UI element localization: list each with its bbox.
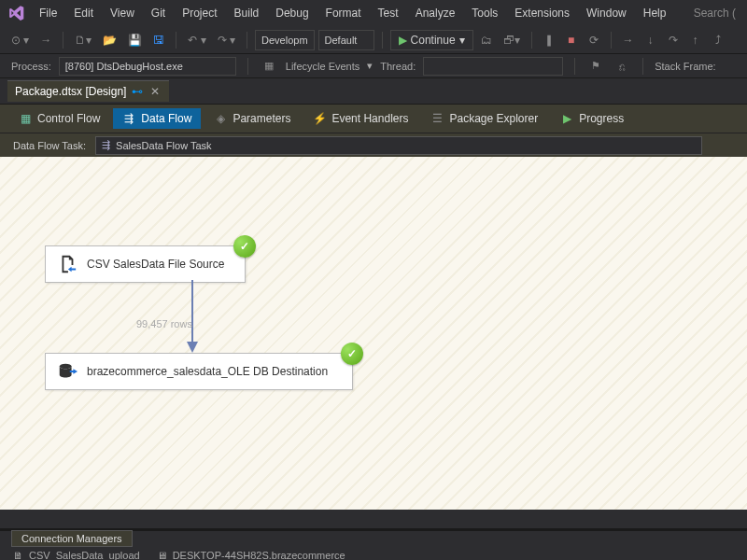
separator	[176, 32, 176, 49]
parameters-icon: ◈	[214, 112, 227, 125]
main-toolbar: ⊙ ▾ → 🗋▾ 📂 💾 🖫 ↶ ▾ ↷ ▾ Developm Default …	[0, 26, 747, 54]
menu-format[interactable]: Format	[318, 3, 369, 23]
tab-event-handlers[interactable]: ⚡Event Handlers	[303, 108, 417, 129]
tab-control-flow[interactable]: ▦Control Flow	[9, 108, 109, 129]
menu-bar: File Edit View Git Project Build Debug F…	[0, 0, 747, 26]
connection-label: CSV_SalesData_upload	[29, 550, 140, 560]
tab-progress[interactable]: ▶Progress	[551, 108, 633, 129]
separator	[247, 32, 247, 49]
document-tab[interactable]: Package.dtsx [Design] ⊷ ✕	[7, 80, 169, 102]
process-label: Process:	[11, 61, 51, 72]
open-button[interactable]: 📂	[99, 30, 120, 50]
step-button[interactable]: →	[619, 30, 638, 50]
separator	[63, 32, 63, 49]
data-flow-icon: ⇶	[122, 112, 135, 125]
flat-file-conn-icon: 🗎	[13, 550, 23, 560]
menu-window[interactable]: Window	[579, 3, 634, 23]
menu-debug[interactable]: Debug	[268, 3, 316, 23]
step-out-button[interactable]: ↑	[686, 30, 705, 50]
separator	[574, 58, 575, 75]
tab-label: Event Handlers	[331, 112, 408, 125]
chevron-down-icon: ▾	[459, 34, 465, 47]
stackframe-label: Stack Frame:	[655, 61, 715, 72]
menu-file[interactable]: File	[32, 3, 64, 23]
dataflow-task-value: SalesData Flow Task	[116, 140, 212, 151]
play-icon: ▶	[399, 34, 407, 47]
separator	[382, 32, 383, 49]
document-tab-bar: Package.dtsx [Design] ⊷ ✕	[0, 78, 747, 105]
step-into-button[interactable]: ↓	[641, 30, 660, 50]
svg-marker-1	[187, 342, 198, 353]
new-item-button[interactable]: 🗋▾	[71, 30, 95, 50]
menu-analyze[interactable]: Analyze	[408, 3, 463, 23]
connection-item[interactable]: 🗎 CSV_SalesData_upload	[13, 550, 140, 560]
menu-view[interactable]: View	[103, 3, 142, 23]
tab-parameters[interactable]: ◈Parameters	[204, 108, 300, 129]
destination-node[interactable]: brazecommerce_salesdata_OLE DB Destinati…	[45, 353, 353, 390]
menu-test[interactable]: Test	[371, 3, 406, 23]
connection-managers-tab[interactable]: Connection Managers	[11, 530, 133, 547]
vs-logo-icon	[4, 0, 30, 26]
nav-fwd-button[interactable]: →	[36, 30, 55, 50]
source-node[interactable]: CSV SalesData File Source ✓	[45, 245, 246, 283]
close-icon[interactable]: ✕	[148, 85, 162, 98]
connection-item[interactable]: 🖥 DESKTOP-44SH82S.brazecommerce	[157, 550, 345, 560]
lifecycle-label: Lifecycle Events	[286, 61, 359, 72]
menu-edit[interactable]: Edit	[66, 3, 101, 23]
pin-icon[interactable]: ⊷	[132, 85, 143, 98]
tab-label: Control Flow	[37, 112, 100, 125]
menu-tools[interactable]: Tools	[464, 3, 505, 23]
thread-dropdown[interactable]	[423, 57, 563, 76]
thread-label: Thread:	[380, 61, 416, 72]
stop-button[interactable]: ■	[562, 30, 581, 50]
flat-file-source-icon	[57, 254, 78, 274]
undo-button[interactable]: ↶ ▾	[184, 30, 209, 50]
continue-button[interactable]: ▶ Continue ▾	[390, 30, 473, 50]
menu-extensions[interactable]: Extensions	[507, 3, 577, 23]
progress-icon: ▶	[560, 112, 573, 125]
toolbar-icon[interactable]: 🗗▾	[500, 30, 524, 50]
flag-icon[interactable]: ⚑	[586, 56, 605, 77]
data-flow-icon: ⇶	[102, 139, 110, 151]
toolbar-icon[interactable]: ⎌	[613, 56, 631, 77]
dataflow-arrow	[183, 280, 202, 355]
tab-package-explorer[interactable]: ☰Package Explorer	[421, 108, 547, 129]
solution-config-dropdown[interactable]: Developm	[255, 30, 315, 50]
lifecycle-icon[interactable]: ▦	[260, 56, 278, 77]
restart-button[interactable]: ⟳	[585, 30, 603, 50]
toolbar-icon[interactable]: 🗂	[477, 30, 496, 50]
separator	[531, 32, 532, 49]
debug-process-toolbar: Process: [8760] DtsDebugHost.exe ▦ Lifec…	[0, 54, 747, 78]
connection-label: DESKTOP-44SH82S.brazecommerce	[173, 550, 345, 560]
success-check-icon: ✓	[233, 235, 256, 258]
separator	[247, 58, 248, 75]
process-dropdown[interactable]: [8760] DtsDebugHost.exe	[59, 57, 236, 76]
dataflow-task-bar: Data Flow Task: ⇶ SalesData Flow Task	[0, 133, 747, 157]
menu-build[interactable]: Build	[227, 3, 267, 23]
menu-project[interactable]: Project	[175, 3, 224, 23]
chevron-down-icon[interactable]: ▾	[367, 60, 373, 72]
menu-git[interactable]: Git	[144, 3, 173, 23]
step-over-button[interactable]: ↷	[664, 30, 683, 50]
save-all-button[interactable]: 🖫	[149, 30, 168, 50]
toolbar-icon[interactable]: ⤴	[709, 30, 727, 50]
search-box[interactable]: Search (	[686, 3, 743, 23]
save-button[interactable]: 💾	[124, 30, 146, 50]
tab-label: Package Explorer	[449, 112, 538, 125]
tab-data-flow[interactable]: ⇶Data Flow	[113, 108, 201, 129]
designer-canvas[interactable]: CSV SalesData File Source ✓ 99,457 rows …	[0, 157, 747, 510]
nav-back-button[interactable]: ⊙ ▾	[7, 30, 33, 50]
dataflow-task-dropdown[interactable]: ⇶ SalesData Flow Task	[95, 136, 702, 155]
connection-managers-panel: Connection Managers 🗎 CSV_SalesData_uplo…	[0, 528, 747, 560]
svg-point-2	[60, 364, 72, 370]
break-all-button[interactable]: ∥	[540, 30, 558, 50]
separator	[642, 58, 643, 75]
document-title: Package.dtsx [Design]	[15, 85, 126, 98]
continue-label: Continue	[411, 34, 456, 47]
redo-button[interactable]: ↷ ▾	[214, 30, 239, 50]
menu-help[interactable]: Help	[636, 3, 674, 23]
oledb-destination-icon	[57, 361, 78, 382]
row-count-label: 99,457 rows	[136, 318, 192, 329]
dataflow-task-label: Data Flow Task:	[13, 140, 86, 151]
solution-platform-dropdown[interactable]: Default	[318, 30, 374, 50]
